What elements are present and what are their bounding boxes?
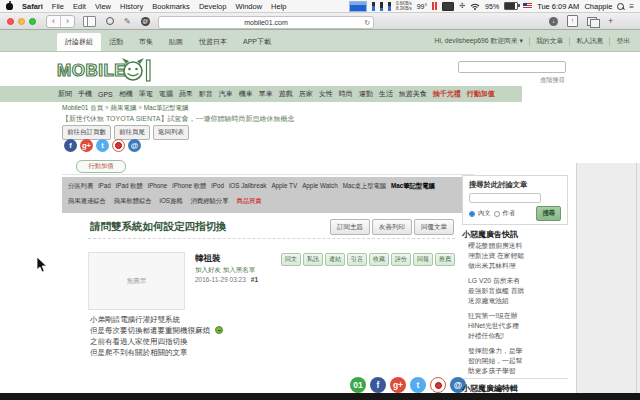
category-tab[interactable]: iPod xyxy=(211,182,224,191)
nav-item-promo[interactable]: 行動加值 xyxy=(467,89,495,99)
weibo-icon[interactable] xyxy=(430,377,446,393)
nav-item[interactable]: 相機 xyxy=(119,89,133,99)
refresh-icon[interactable]: ↻ xyxy=(364,17,370,28)
menu-develop[interactable]: Develop xyxy=(199,2,227,11)
author-friend-links[interactable]: 加入好友 加入黑名單 xyxy=(195,266,255,275)
meter-icon[interactable] xyxy=(380,2,383,11)
back-button[interactable]: ‹ xyxy=(47,16,61,27)
back-to-list-button[interactable]: 返回列表 xyxy=(153,125,189,140)
sidebar-search-input[interactable] xyxy=(469,193,541,203)
meter-icon[interactable] xyxy=(372,2,375,11)
network-speed-text[interactable]: 0.6KB/s8.3KB/s xyxy=(396,1,412,11)
user-greeting[interactable]: Hi, devilsheep696 歡迎回來 ▾ xyxy=(435,36,523,46)
extension-ring-icon[interactable] xyxy=(106,17,114,25)
facebook-icon[interactable]: f xyxy=(370,377,386,393)
twitter-icon[interactable]: t xyxy=(410,377,426,393)
nav-item[interactable]: 居家 xyxy=(299,89,313,99)
reply-thread-button[interactable]: 回覆文章 xyxy=(414,219,454,235)
my-articles-link[interactable]: 我的文章 xyxy=(536,36,563,46)
extension-pen-icon[interactable]: ✎ xyxy=(124,17,131,26)
sidebar-toggle-icon[interactable] xyxy=(83,16,96,27)
category-tab[interactable]: iOS Jailbreak xyxy=(229,182,266,191)
category-tab[interactable]: iOS遊戲 xyxy=(160,197,183,206)
category-tab[interactable]: Apple TV xyxy=(271,182,297,191)
nav-item[interactable]: 女性 xyxy=(319,89,333,99)
goto-custom-page-button[interactable]: 前往自訂頁數 xyxy=(62,125,111,140)
post-author[interactable]: 韓祖裝 xyxy=(195,253,221,265)
menu-view[interactable]: View xyxy=(95,2,111,11)
category-tab[interactable]: 蘋果軟體綜合 xyxy=(114,197,152,206)
temperature-status[interactable]: 99° xyxy=(417,3,428,10)
rate-button[interactable]: 評分 xyxy=(391,253,411,266)
mobile-topup-ad-button[interactable]: 行動加值 xyxy=(76,160,126,173)
topbar-tab-events[interactable]: 活動 xyxy=(101,33,131,51)
battery-icon[interactable] xyxy=(504,2,518,10)
nav-item[interactable]: 蘋果 xyxy=(179,89,193,99)
sidebar-ad-link[interactable]: 發揮想像力，是學 習的開始，一起幫 助更多孩子學習 xyxy=(468,346,564,376)
category-tab[interactable]: iPhone 軟體 xyxy=(172,182,206,191)
minimize-window-button[interactable] xyxy=(18,18,25,25)
topbar-tab-forums[interactable]: 討論群組 xyxy=(57,33,101,51)
blue-share-icon[interactable]: @ xyxy=(128,139,141,152)
sidebar-ad-link[interactable]: LG V20 前所未有 最強影音旗艦 首購 送原廠電池組 xyxy=(468,276,564,306)
downloads-icon[interactable]: ↓ xyxy=(549,17,558,26)
wifi-icon[interactable] xyxy=(470,2,480,10)
category-tab[interactable]: iPad xyxy=(98,182,111,191)
new-tab-icon[interactable]: + xyxy=(608,16,613,26)
topbar-tab-app[interactable]: APP下載 xyxy=(235,33,279,51)
print-friendly-button[interactable]: 友善列印 xyxy=(372,219,412,235)
radio-content[interactable] xyxy=(469,211,475,217)
category-tab-active[interactable]: Mac筆記型電腦 xyxy=(391,182,435,191)
close-window-button[interactable] xyxy=(7,18,14,25)
googleplus-icon[interactable]: g+ xyxy=(390,377,406,393)
nav-item[interactable]: 新聞 xyxy=(58,89,72,99)
category-tab[interactable]: iPad 軟體 xyxy=(116,182,143,191)
breadcrumb-subcategory-link[interactable]: Mac筆記型電腦 xyxy=(144,104,189,111)
zoom-window-button[interactable] xyxy=(29,18,36,25)
address-bar[interactable]: mobile01.com ↻ xyxy=(158,16,374,29)
breadcrumb-category-link[interactable]: 蘋果電腦 xyxy=(110,104,136,111)
weibo-icon[interactable] xyxy=(112,139,125,152)
nav-item[interactable]: 運動 xyxy=(359,89,373,99)
menu-safari[interactable]: Safari xyxy=(22,2,43,11)
category-tab[interactable]: 消費經驗分享 xyxy=(191,197,229,206)
spotlight-search-icon[interactable] xyxy=(617,3,624,10)
header-search-input[interactable] xyxy=(458,61,566,73)
nav-item[interactable]: 影音 xyxy=(199,89,213,99)
nav-item[interactable]: 遊戲 xyxy=(279,89,293,99)
input-language-flag-icon[interactable] xyxy=(523,3,532,9)
category-tab[interactable]: Apple Watch xyxy=(302,182,337,191)
sidebar-ad-link[interactable]: 櫻花整體廚房送料 理新法寶 在家輕鬆 做出米其林料理 xyxy=(468,241,564,271)
private-message-link[interactable]: 私人訊息 xyxy=(576,36,603,46)
recommend-button[interactable]: 推薦 xyxy=(435,253,455,266)
share-icon[interactable]: ↑ xyxy=(567,15,578,27)
promo-link[interactable]: 【新世代休旅 TOYOTA SIENTA】試駕會，~~邀你體驗時尚新思維休旅概念 xyxy=(62,114,295,124)
category-tab[interactable]: iPhone xyxy=(148,182,168,191)
nav-item[interactable]: 時尚 xyxy=(339,89,353,99)
display-icon[interactable] xyxy=(442,2,454,11)
pause-icon[interactable] xyxy=(432,2,437,10)
menubar-clock[interactable]: Tue 6:09 AM xyxy=(537,2,579,11)
battery-percent[interactable]: 95% xyxy=(485,3,499,10)
mobile01-logo[interactable]: MOBILE xyxy=(56,57,156,87)
subscribe-thread-button[interactable]: 訂閱主題 xyxy=(330,219,370,235)
topbar-tab-japan[interactable]: 悅遊日本 xyxy=(191,33,235,51)
nav-item[interactable]: 生活 xyxy=(379,89,393,99)
apple-icon[interactable] xyxy=(6,3,13,10)
bookmark-button[interactable]: 收藏 xyxy=(369,253,389,266)
nav-item[interactable]: 手機 xyxy=(78,89,92,99)
nav-item[interactable]: GPS xyxy=(98,91,113,98)
logout-link[interactable]: 登出 xyxy=(616,36,630,46)
category-tab-marketplace[interactable]: 商品買賣 xyxy=(236,197,261,206)
menu-window[interactable]: Window xyxy=(235,2,262,11)
notification-center-icon[interactable]: ≡ xyxy=(629,2,634,11)
twitter-icon[interactable]: t xyxy=(96,139,109,152)
category-tab[interactable]: 蘋果週邊綜合 xyxy=(68,197,106,206)
goto-bottom-button[interactable]: 前往頁尾 xyxy=(114,125,150,140)
forward-button[interactable]: › xyxy=(61,16,74,27)
extension-at-icon[interactable]: @ xyxy=(141,17,150,26)
googleplus-icon[interactable]: g+ xyxy=(80,139,93,152)
report-button[interactable]: 回報 xyxy=(413,253,433,266)
menu-edit[interactable]: Edit xyxy=(73,2,86,11)
menubar-user[interactable]: Chappie xyxy=(584,2,612,11)
